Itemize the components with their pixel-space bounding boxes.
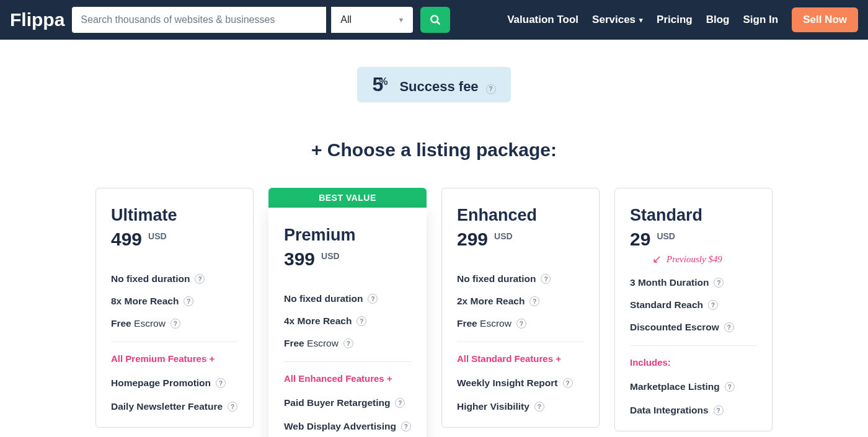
help-icon[interactable]: ? <box>170 319 180 329</box>
nav-signin[interactable]: Sign In <box>743 14 778 26</box>
search-group: All ▼ <box>72 7 450 33</box>
help-icon[interactable]: ? <box>368 294 378 304</box>
plan-feature: No fixed duration? <box>284 293 411 304</box>
help-icon[interactable]: ? <box>708 300 718 310</box>
sell-now-button[interactable]: Sell Now <box>792 7 858 32</box>
plan-subheader: All Enhanced Features + <box>284 373 411 384</box>
plan-currency: USD <box>494 231 513 241</box>
search-icon <box>429 14 441 26</box>
plan-subfeature: Daily Newsletter Feature? <box>111 401 238 412</box>
plan-enhanced[interactable]: Enhanced 299 USD No fixed duration? 2x M… <box>441 188 600 428</box>
pricing-cards: Ultimate 499 USD No fixed duration? 8x M… <box>95 188 773 437</box>
plan-feature: 8x More Reach? <box>111 296 238 307</box>
previous-price: ↙ Previously $49 <box>652 252 757 266</box>
plan-feature: Standard Reach? <box>630 299 757 311</box>
svg-line-1 <box>437 22 440 24</box>
chevron-down-icon: ▾ <box>639 16 643 24</box>
help-icon[interactable]: ? <box>725 382 735 392</box>
plan-feature: 3 Month Duration? <box>630 277 757 288</box>
help-icon[interactable]: ? <box>356 316 366 326</box>
logo[interactable]: Flippa <box>10 9 64 30</box>
plan-subfeature: Web Display Advertising? <box>284 421 411 432</box>
help-icon[interactable]: ? <box>563 378 573 388</box>
plan-feature: Free Escrow? <box>111 318 238 329</box>
nav-services-label: Services <box>592 14 636 26</box>
help-icon[interactable]: ? <box>216 378 226 388</box>
category-label: All <box>340 14 352 25</box>
top-nav: Flippa All ▼ Valuation Tool Services ▾ P… <box>0 0 868 40</box>
help-icon[interactable]: ? <box>529 296 539 306</box>
nav-pricing[interactable]: Pricing <box>657 14 693 26</box>
plan-title: Premium <box>284 226 411 245</box>
nav-services[interactable]: Services ▾ <box>592 14 643 26</box>
nav-blog[interactable]: Blog <box>706 14 730 26</box>
plan-price: 499 <box>111 229 142 250</box>
nav-links: Valuation Tool Services ▾ Pricing Blog S… <box>507 7 858 32</box>
plan-price: 299 <box>457 229 488 250</box>
plan-subfeature: Data Integrations? <box>630 405 757 416</box>
plan-feature: 4x More Reach? <box>284 316 411 327</box>
plan-title: Ultimate <box>111 206 238 225</box>
plan-subfeature: Higher Visibility? <box>457 401 584 412</box>
plan-price: 29 <box>630 229 650 250</box>
choose-package-heading: + Choose a listing package: <box>311 139 557 161</box>
help-icon[interactable]: ? <box>714 278 724 288</box>
help-icon[interactable]: ? <box>534 402 544 412</box>
plan-feature: No fixed duration? <box>111 273 238 285</box>
help-icon[interactable]: ? <box>724 322 734 332</box>
plan-price: 399 <box>284 249 315 270</box>
nav-valuation[interactable]: Valuation Tool <box>507 14 578 26</box>
plan-subheader: All Premium Features + <box>111 353 238 364</box>
plan-feature: 2x More Reach? <box>457 296 584 307</box>
help-icon[interactable]: ? <box>195 274 205 284</box>
plan-currency: USD <box>657 231 675 241</box>
divider <box>630 345 757 346</box>
plan-subfeature: Homepage Promotion? <box>111 377 238 389</box>
help-icon[interactable]: ? <box>486 84 496 94</box>
help-icon[interactable]: ? <box>401 422 411 431</box>
plan-title: Enhanced <box>457 206 584 225</box>
plan-subheader: All Standard Features + <box>457 353 584 364</box>
divider <box>284 361 411 362</box>
help-icon[interactable]: ? <box>714 405 724 415</box>
chevron-down-icon: ▼ <box>397 16 404 24</box>
fee-percent: % <box>379 76 388 87</box>
fee-label: Success fee <box>399 79 478 95</box>
help-icon[interactable]: ? <box>343 338 353 348</box>
plan-subfeature: Marketplace Listing? <box>630 381 757 392</box>
success-fee-pill: 5% Success fee ? <box>357 67 510 102</box>
help-icon[interactable]: ? <box>184 296 193 306</box>
search-button[interactable] <box>420 7 450 33</box>
plan-currency: USD <box>148 231 167 241</box>
plan-title: Standard <box>630 206 757 225</box>
best-value-badge: BEST VALUE <box>268 188 427 208</box>
help-icon[interactable]: ? <box>228 402 237 412</box>
divider <box>111 342 238 342</box>
plan-currency: USD <box>321 251 340 261</box>
plan-subheader: Includes: <box>630 357 757 368</box>
help-icon[interactable]: ? <box>541 274 551 284</box>
category-select[interactable]: All ▼ <box>331 7 413 33</box>
divider <box>457 342 584 342</box>
plan-subfeature: Weekly Insight Report? <box>457 377 584 389</box>
plan-feature: No fixed duration? <box>457 273 584 285</box>
plan-feature: Free Escrow? <box>284 338 411 349</box>
help-icon[interactable]: ? <box>516 319 526 329</box>
plan-subfeature: Paid Buyer Retargeting? <box>284 397 411 408</box>
plan-standard[interactable]: Standard 29 USD ↙ Previously $49 3 Month… <box>614 188 773 431</box>
previous-price-label: Previously $49 <box>666 254 722 265</box>
plan-ultimate[interactable]: Ultimate 499 USD No fixed duration? 8x M… <box>95 188 254 428</box>
plan-feature: Free Escrow? <box>457 318 584 329</box>
plan-premium[interactable]: Premium 399 USD No fixed duration? 4x Mo… <box>268 208 427 437</box>
help-icon[interactable]: ? <box>395 398 405 408</box>
arrow-left-icon: ↙ <box>652 252 662 266</box>
plan-feature: Discounted Escrow? <box>630 322 757 333</box>
search-input[interactable] <box>72 7 326 33</box>
